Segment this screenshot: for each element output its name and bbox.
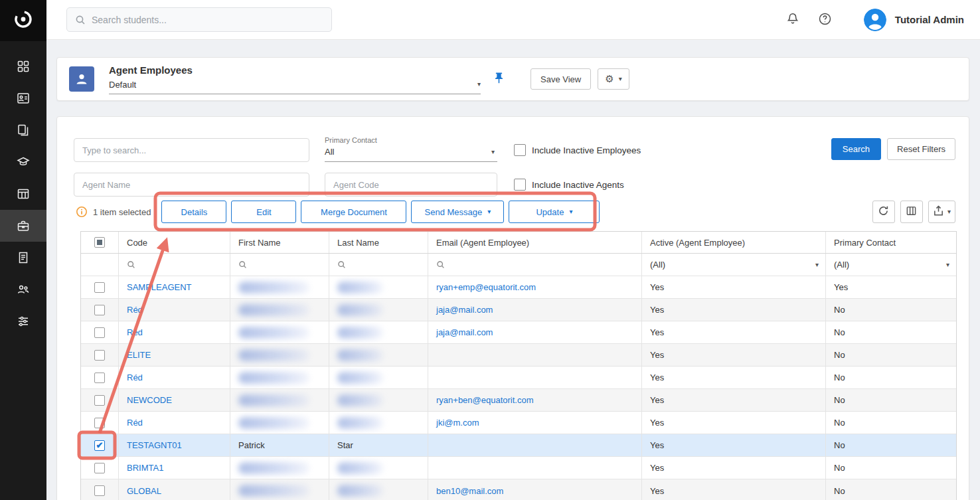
row-checkbox[interactable] xyxy=(94,418,105,428)
row-checkbox[interactable] xyxy=(94,282,105,293)
email-link[interactable]: jaja@mail.com xyxy=(436,305,493,315)
send-message-button[interactable]: Send Message▾ xyxy=(411,201,504,223)
code-link[interactable]: TESTAGNT01 xyxy=(127,440,182,450)
refresh-button[interactable] xyxy=(872,201,895,223)
last-name-filter-cell[interactable] xyxy=(329,254,428,276)
email-cell xyxy=(428,457,642,479)
redacted-last-name xyxy=(337,417,383,429)
sidebar-item-education[interactable] xyxy=(0,146,46,178)
first-name-filter-cell[interactable] xyxy=(230,254,329,276)
include-inactive-employees[interactable]: Include Inactive Employees xyxy=(514,144,641,156)
email-filter-cell[interactable] xyxy=(428,254,642,276)
redacted-first-name xyxy=(238,327,309,339)
reset-filters-button[interactable]: Reset Filters xyxy=(887,138,955,160)
refresh-icon xyxy=(878,205,889,218)
redacted-last-name xyxy=(337,304,383,316)
global-search[interactable] xyxy=(66,7,332,32)
view-settings-button[interactable]: ⚙ ▾ xyxy=(598,68,629,90)
code-link[interactable]: ELITE xyxy=(127,350,151,360)
sidebar-item-dashboard[interactable] xyxy=(0,50,46,82)
code-link[interactable]: SAMPLEAGENT xyxy=(127,282,192,292)
agent-code-input[interactable] xyxy=(325,173,497,197)
update-button[interactable]: Update▾ xyxy=(509,201,600,223)
export-button[interactable]: ▾ xyxy=(928,201,955,223)
primary-contact-select[interactable]: Primary Contact All ▾ xyxy=(325,138,497,162)
column-header-code[interactable]: Code xyxy=(119,232,230,253)
code-link[interactable]: Réd xyxy=(127,373,143,382)
row-checkbox-cell xyxy=(81,389,119,411)
code-link[interactable]: NEWCODE xyxy=(127,395,172,405)
table-row: Rédjaja@mail.comYesNo xyxy=(81,299,956,321)
global-search-input[interactable] xyxy=(92,15,323,25)
email-link[interactable]: jaja@mail.com xyxy=(436,327,493,337)
code-cell: Réd xyxy=(119,367,230,388)
merge-document-button[interactable]: Merge Document xyxy=(301,201,406,223)
sidebar-item-settings[interactable] xyxy=(0,305,46,337)
app-logo[interactable] xyxy=(0,0,46,41)
row-checkbox[interactable] xyxy=(94,305,105,315)
sidebar-item-people[interactable] xyxy=(0,274,46,305)
code-link[interactable]: BRIMTA1 xyxy=(127,463,163,473)
grid-icon-buttons: ▾ xyxy=(872,201,955,223)
email-link[interactable]: ryan+ben@equatorit.com xyxy=(436,395,534,405)
column-header-primary-contact[interactable]: Primary Contact xyxy=(826,232,956,253)
sidebar-item-agents[interactable] xyxy=(0,210,46,242)
active-cell: Yes xyxy=(642,276,826,298)
save-view-button[interactable]: Save View xyxy=(531,68,591,90)
code-link[interactable]: Réd xyxy=(127,418,143,428)
code-link[interactable]: Réd xyxy=(127,305,143,315)
column-chooser-button[interactable] xyxy=(900,201,923,223)
primary-contact-cell: No xyxy=(826,479,956,500)
primary-contact-filter-dropdown[interactable]: (All) ▾ xyxy=(834,260,949,270)
redacted-last-name xyxy=(337,485,383,497)
code-link[interactable]: Réd xyxy=(127,327,143,337)
agent-name-input[interactable] xyxy=(74,173,309,197)
agents-icon xyxy=(17,219,30,232)
search-icon xyxy=(238,260,247,269)
code-link[interactable]: GLOBAL xyxy=(127,486,161,496)
row-checkbox[interactable] xyxy=(94,350,105,361)
search-button[interactable]: Search xyxy=(831,138,881,160)
row-checkbox[interactable] xyxy=(94,463,105,473)
email-link[interactable]: jki@m.com xyxy=(436,418,479,428)
row-checkbox[interactable] xyxy=(94,395,105,406)
row-checkbox[interactable] xyxy=(94,327,105,338)
user-avatar[interactable] xyxy=(864,9,886,31)
keyword-search-input[interactable] xyxy=(74,138,309,162)
include-inactive-agents[interactable]: Include Inactive Agents xyxy=(514,179,624,191)
active-filter-dropdown[interactable]: (All) ▾ xyxy=(650,260,819,270)
sidebar-item-invoices[interactable] xyxy=(0,242,46,274)
notifications-button[interactable] xyxy=(783,9,802,30)
edit-button[interactable]: Edit xyxy=(231,201,296,223)
help-button[interactable] xyxy=(815,9,835,31)
email-link[interactable]: ben10@mail.com xyxy=(436,486,503,496)
row-checkbox-cell xyxy=(81,321,119,343)
redacted-first-name xyxy=(238,394,309,406)
pin-view-button[interactable] xyxy=(493,72,505,86)
include-inactive-agents-checkbox[interactable] xyxy=(514,179,526,191)
table-row: NEWCODEryan+ben@equatorit.comYesNo xyxy=(81,389,956,412)
column-header-email[interactable]: Email (Agent Employee) xyxy=(428,232,642,253)
column-chooser-icon xyxy=(906,205,917,218)
row-checkbox[interactable] xyxy=(94,373,105,383)
column-header-last-name[interactable]: Last Name xyxy=(329,232,428,253)
user-name[interactable]: Tutorial Admin xyxy=(895,14,964,25)
details-button[interactable]: Details xyxy=(161,201,226,223)
row-checkbox[interactable] xyxy=(94,485,105,496)
first-name-cell xyxy=(230,479,329,500)
grid-card: Primary Contact All ▾ Include Inactive E… xyxy=(56,116,969,500)
row-checkbox-cell xyxy=(81,457,119,479)
row-checkbox[interactable]: ✔ xyxy=(94,440,105,451)
select-all-checkbox[interactable] xyxy=(94,237,105,248)
include-inactive-employees-checkbox[interactable] xyxy=(514,144,526,156)
column-header-active[interactable]: Active (Agent Employee) xyxy=(642,232,826,253)
sidebar-item-documents[interactable] xyxy=(0,114,46,146)
code-cell: ELITE xyxy=(119,344,230,366)
last-name-cell xyxy=(329,367,428,388)
sidebar-item-contacts[interactable] xyxy=(0,82,46,114)
column-header-first-name[interactable]: First Name xyxy=(230,232,329,253)
email-link[interactable]: ryan+emp@equatorit.com xyxy=(436,282,536,292)
view-select[interactable]: Default ▾ xyxy=(109,80,481,94)
code-filter-cell[interactable] xyxy=(119,254,230,276)
sidebar-item-board[interactable] xyxy=(0,178,46,210)
